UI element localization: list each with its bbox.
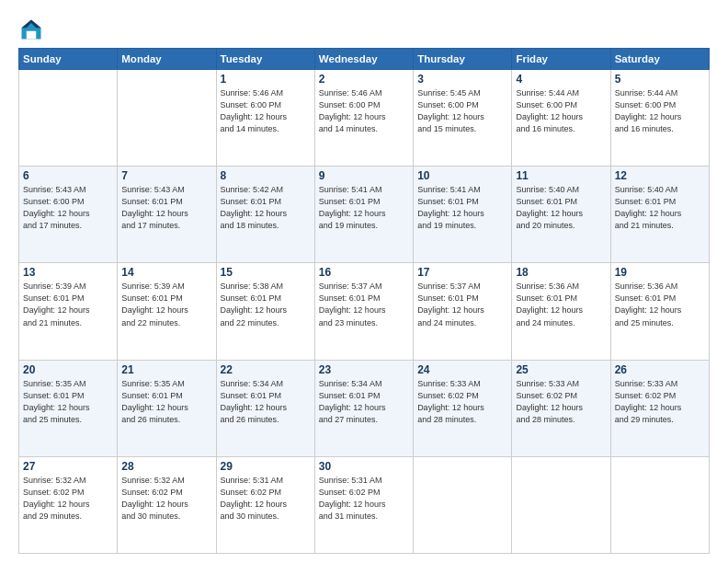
day-info: Sunrise: 5:36 AMSunset: 6:01 PMDaylight:… [516,281,606,328]
calendar-week-row: 20Sunrise: 5:35 AMSunset: 6:01 PMDayligh… [19,360,710,456]
calendar-cell: 1Sunrise: 5:46 AMSunset: 6:00 PMDaylight… [216,70,314,167]
calendar-cell: 2Sunrise: 5:46 AMSunset: 6:00 PMDaylight… [314,70,413,167]
day-info: Sunrise: 5:33 AMSunset: 6:02 PMDaylight:… [417,378,507,426]
calendar-header-row: SundayMondayTuesdayWednesdayThursdayFrid… [19,49,710,70]
day-number: 16 [319,266,409,279]
calendar-cell: 14Sunrise: 5:39 AMSunset: 6:01 PMDayligh… [118,263,216,360]
calendar-cell: 11Sunrise: 5:40 AMSunset: 6:01 PMDayligh… [512,167,610,263]
day-number: 4 [516,73,606,86]
day-info: Sunrise: 5:46 AMSunset: 6:00 PMDaylight:… [221,87,311,135]
day-info: Sunrise: 5:46 AMSunset: 6:00 PMDaylight:… [319,87,409,135]
day-info: Sunrise: 5:40 AMSunset: 6:01 PMDaylight:… [615,184,705,232]
calendar-cell: 23Sunrise: 5:34 AMSunset: 6:01 PMDayligh… [314,360,413,456]
calendar-cell: 15Sunrise: 5:38 AMSunset: 6:01 PMDayligh… [216,263,314,360]
calendar-cell: 28Sunrise: 5:32 AMSunset: 6:02 PMDayligh… [118,456,216,553]
day-number: 19 [615,266,705,279]
day-info: Sunrise: 5:35 AMSunset: 6:01 PMDaylight:… [121,378,211,426]
day-number: 28 [121,460,211,473]
day-info: Sunrise: 5:34 AMSunset: 6:01 PMDaylight:… [221,378,311,426]
day-number: 23 [319,363,409,376]
calendar-cell: 21Sunrise: 5:35 AMSunset: 6:01 PMDayligh… [118,360,216,456]
calendar-cell: 19Sunrise: 5:36 AMSunset: 6:01 PMDayligh… [610,263,709,360]
day-number: 17 [417,266,507,279]
day-info: Sunrise: 5:42 AMSunset: 6:01 PMDaylight:… [221,184,311,232]
day-info: Sunrise: 5:44 AMSunset: 6:00 PMDaylight:… [615,87,705,135]
day-number: 22 [221,363,311,376]
day-info: Sunrise: 5:41 AMSunset: 6:01 PMDaylight:… [319,184,409,232]
day-info: Sunrise: 5:41 AMSunset: 6:01 PMDaylight:… [417,184,507,232]
day-info: Sunrise: 5:39 AMSunset: 6:01 PMDaylight:… [23,281,113,328]
day-info: Sunrise: 5:36 AMSunset: 6:01 PMDaylight:… [615,281,705,328]
page: SundayMondayTuesdayWednesdayThursdayFrid… [0,0,728,563]
day-number: 24 [417,363,507,376]
day-number: 1 [221,73,311,86]
day-info: Sunrise: 5:33 AMSunset: 6:02 PMDaylight:… [615,378,705,426]
calendar-cell: 30Sunrise: 5:31 AMSunset: 6:02 PMDayligh… [314,456,413,553]
day-number: 3 [417,73,507,86]
day-number: 13 [23,266,113,279]
calendar-cell: 7Sunrise: 5:43 AMSunset: 6:01 PMDaylight… [118,167,216,263]
calendar-cell [610,456,709,553]
day-number: 11 [516,169,606,182]
day-info: Sunrise: 5:40 AMSunset: 6:01 PMDaylight:… [516,184,606,232]
day-info: Sunrise: 5:43 AMSunset: 6:00 PMDaylight:… [23,184,113,232]
day-info: Sunrise: 5:44 AMSunset: 6:00 PMDaylight:… [516,87,606,135]
calendar-week-row: 1Sunrise: 5:46 AMSunset: 6:00 PMDaylight… [19,70,710,167]
day-info: Sunrise: 5:32 AMSunset: 6:02 PMDaylight:… [121,475,211,523]
day-number: 30 [319,460,409,473]
day-info: Sunrise: 5:31 AMSunset: 6:02 PMDaylight:… [319,475,409,523]
calendar-cell: 18Sunrise: 5:36 AMSunset: 6:01 PMDayligh… [512,263,610,360]
day-info: Sunrise: 5:37 AMSunset: 6:01 PMDaylight:… [417,281,507,328]
day-number: 21 [121,363,211,376]
day-number: 15 [221,266,311,279]
calendar-cell: 29Sunrise: 5:31 AMSunset: 6:02 PMDayligh… [216,456,314,553]
day-number: 8 [221,169,311,182]
day-number: 14 [121,266,211,279]
day-number: 20 [23,363,113,376]
calendar-cell [414,456,512,553]
calendar-cell: 24Sunrise: 5:33 AMSunset: 6:02 PMDayligh… [414,360,512,456]
calendar-cell: 13Sunrise: 5:39 AMSunset: 6:01 PMDayligh… [19,263,118,360]
calendar-cell: 17Sunrise: 5:37 AMSunset: 6:01 PMDayligh… [414,263,512,360]
calendar-week-row: 13Sunrise: 5:39 AMSunset: 6:01 PMDayligh… [19,263,710,360]
day-number: 7 [121,169,211,182]
calendar-cell: 4Sunrise: 5:44 AMSunset: 6:00 PMDaylight… [512,70,610,167]
day-number: 10 [417,169,507,182]
calendar-day-header: Saturday [610,49,709,70]
calendar-cell: 5Sunrise: 5:44 AMSunset: 6:00 PMDaylight… [610,70,709,167]
calendar-cell: 27Sunrise: 5:32 AMSunset: 6:02 PMDayligh… [19,456,118,553]
calendar-cell: 6Sunrise: 5:43 AMSunset: 6:00 PMDaylight… [19,167,118,263]
day-info: Sunrise: 5:34 AMSunset: 6:01 PMDaylight:… [319,378,409,426]
day-info: Sunrise: 5:35 AMSunset: 6:01 PMDaylight:… [23,378,113,426]
day-info: Sunrise: 5:39 AMSunset: 6:01 PMDaylight:… [121,281,211,328]
calendar-week-row: 27Sunrise: 5:32 AMSunset: 6:02 PMDayligh… [19,456,710,553]
day-info: Sunrise: 5:32 AMSunset: 6:02 PMDaylight:… [23,475,113,523]
day-number: 12 [615,169,705,182]
day-number: 2 [319,73,409,86]
calendar-day-header: Thursday [414,49,512,70]
calendar-cell: 9Sunrise: 5:41 AMSunset: 6:01 PMDaylight… [314,167,413,263]
logo [18,17,48,42]
calendar-day-header: Sunday [19,49,118,70]
calendar-cell: 26Sunrise: 5:33 AMSunset: 6:02 PMDayligh… [610,360,709,456]
calendar-cell [118,70,216,167]
day-number: 27 [23,460,113,473]
day-info: Sunrise: 5:45 AMSunset: 6:00 PMDaylight:… [417,87,507,135]
day-number: 5 [615,73,705,86]
day-info: Sunrise: 5:33 AMSunset: 6:02 PMDaylight:… [516,378,606,426]
calendar-cell: 3Sunrise: 5:45 AMSunset: 6:00 PMDaylight… [414,70,512,167]
calendar-day-header: Monday [118,49,216,70]
calendar-cell: 10Sunrise: 5:41 AMSunset: 6:01 PMDayligh… [414,167,512,263]
calendar-cell [512,456,610,553]
svg-rect-2 [27,31,37,40]
calendar-day-header: Tuesday [216,49,314,70]
day-number: 25 [516,363,606,376]
header [18,17,710,42]
calendar-cell: 22Sunrise: 5:34 AMSunset: 6:01 PMDayligh… [216,360,314,456]
calendar-day-header: Wednesday [314,49,413,70]
calendar-cell [19,70,118,167]
day-info: Sunrise: 5:43 AMSunset: 6:01 PMDaylight:… [121,184,211,232]
day-info: Sunrise: 5:37 AMSunset: 6:01 PMDaylight:… [319,281,409,328]
calendar-cell: 8Sunrise: 5:42 AMSunset: 6:01 PMDaylight… [216,167,314,263]
day-info: Sunrise: 5:38 AMSunset: 6:01 PMDaylight:… [221,281,311,328]
